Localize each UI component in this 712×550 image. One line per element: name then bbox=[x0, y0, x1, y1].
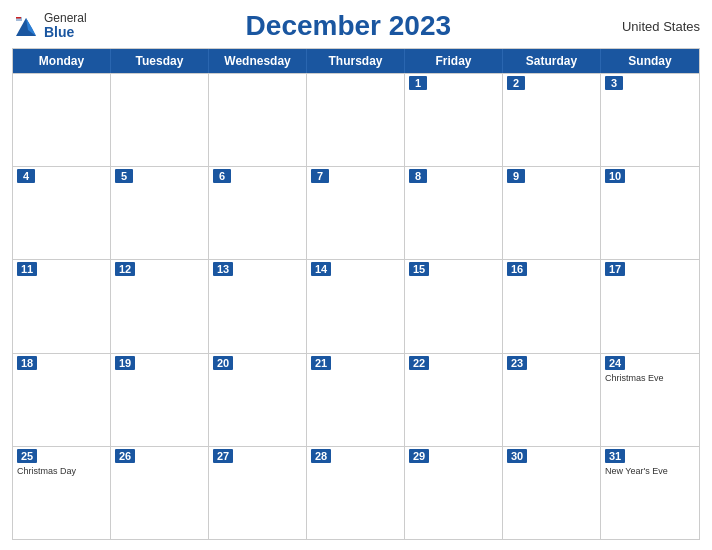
week-row-4: 18192021222324Christmas Eve bbox=[13, 353, 699, 446]
holiday-label: New Year's Eve bbox=[605, 466, 695, 477]
calendar-cell bbox=[209, 74, 307, 166]
date-number: 17 bbox=[605, 262, 625, 276]
week-row-5: 25Christmas Day262728293031New Year's Ev… bbox=[13, 446, 699, 539]
calendar-cell: 19 bbox=[111, 354, 209, 446]
calendar-cell bbox=[13, 74, 111, 166]
date-number: 31 bbox=[605, 449, 625, 463]
date-number: 2 bbox=[507, 76, 525, 90]
calendar-cell: 12 bbox=[111, 260, 209, 352]
date-number: 13 bbox=[213, 262, 233, 276]
calendar-cell: 24Christmas Eve bbox=[601, 354, 699, 446]
calendar-cell: 20 bbox=[209, 354, 307, 446]
calendar-cell: 22 bbox=[405, 354, 503, 446]
weekday-header-monday: Monday bbox=[13, 49, 111, 73]
calendar-cell: 11 bbox=[13, 260, 111, 352]
calendar-cell: 13 bbox=[209, 260, 307, 352]
date-number: 3 bbox=[605, 76, 623, 90]
date-number: 22 bbox=[409, 356, 429, 370]
calendar-cell: 17 bbox=[601, 260, 699, 352]
date-number: 1 bbox=[409, 76, 427, 90]
title-section: December 2023 bbox=[246, 10, 451, 42]
week-row-2: 45678910 bbox=[13, 166, 699, 259]
date-number: 18 bbox=[17, 356, 37, 370]
calendar-cell: 25Christmas Day bbox=[13, 447, 111, 539]
week-row-1: 123 bbox=[13, 73, 699, 166]
calendar-header: General Blue December 2023 United States bbox=[12, 10, 700, 42]
date-number: 11 bbox=[17, 262, 37, 276]
date-number: 27 bbox=[213, 449, 233, 463]
date-number: 14 bbox=[311, 262, 331, 276]
date-number: 5 bbox=[115, 169, 133, 183]
date-number: 21 bbox=[311, 356, 331, 370]
weekday-header-row: MondayTuesdayWednesdayThursdayFridaySatu… bbox=[13, 49, 699, 73]
calendar-cell: 9 bbox=[503, 167, 601, 259]
calendar-title: December 2023 bbox=[246, 10, 451, 41]
date-number: 6 bbox=[213, 169, 231, 183]
calendar-cell bbox=[307, 74, 405, 166]
calendar-cell: 10 bbox=[601, 167, 699, 259]
calendar-cell: 30 bbox=[503, 447, 601, 539]
date-number: 15 bbox=[409, 262, 429, 276]
weekday-header-saturday: Saturday bbox=[503, 49, 601, 73]
date-number: 19 bbox=[115, 356, 135, 370]
date-number: 16 bbox=[507, 262, 527, 276]
svg-rect-3 bbox=[16, 17, 21, 19]
date-number: 25 bbox=[17, 449, 37, 463]
date-number: 24 bbox=[605, 356, 625, 370]
calendar-cell: 29 bbox=[405, 447, 503, 539]
logo-general: General bbox=[44, 12, 87, 25]
calendar-cell: 1 bbox=[405, 74, 503, 166]
country-label: United States bbox=[610, 19, 700, 34]
calendar-body: 123456789101112131415161718192021222324C… bbox=[13, 73, 699, 539]
date-number: 23 bbox=[507, 356, 527, 370]
logo-text: General Blue bbox=[44, 12, 87, 41]
weekday-header-sunday: Sunday bbox=[601, 49, 699, 73]
calendar-cell: 5 bbox=[111, 167, 209, 259]
calendar-cell: 3 bbox=[601, 74, 699, 166]
date-number: 29 bbox=[409, 449, 429, 463]
calendar-cell: 16 bbox=[503, 260, 601, 352]
weekday-header-wednesday: Wednesday bbox=[209, 49, 307, 73]
date-number: 12 bbox=[115, 262, 135, 276]
date-number: 28 bbox=[311, 449, 331, 463]
calendar-cell: 21 bbox=[307, 354, 405, 446]
date-number: 8 bbox=[409, 169, 427, 183]
date-number: 4 bbox=[17, 169, 35, 183]
date-number: 30 bbox=[507, 449, 527, 463]
date-number: 26 bbox=[115, 449, 135, 463]
calendar-cell: 15 bbox=[405, 260, 503, 352]
holiday-label: Christmas Eve bbox=[605, 373, 695, 384]
calendar-cell: 4 bbox=[13, 167, 111, 259]
weekday-header-thursday: Thursday bbox=[307, 49, 405, 73]
date-number: 7 bbox=[311, 169, 329, 183]
calendar-cell: 2 bbox=[503, 74, 601, 166]
date-number: 9 bbox=[507, 169, 525, 183]
week-row-3: 11121314151617 bbox=[13, 259, 699, 352]
calendar-cell: 6 bbox=[209, 167, 307, 259]
calendar-cell: 18 bbox=[13, 354, 111, 446]
calendar-cell: 26 bbox=[111, 447, 209, 539]
holiday-label: Christmas Day bbox=[17, 466, 106, 477]
logo-blue-text: Blue bbox=[44, 25, 87, 40]
calendar-cell: 27 bbox=[209, 447, 307, 539]
weekday-header-tuesday: Tuesday bbox=[111, 49, 209, 73]
calendar-cell: 28 bbox=[307, 447, 405, 539]
date-number: 20 bbox=[213, 356, 233, 370]
calendar-cell bbox=[111, 74, 209, 166]
calendar-page: General Blue December 2023 United States… bbox=[0, 0, 712, 550]
calendar-cell: 14 bbox=[307, 260, 405, 352]
logo: General Blue bbox=[12, 12, 87, 41]
logo-icon bbox=[12, 12, 40, 40]
calendar-cell: 8 bbox=[405, 167, 503, 259]
weekday-header-friday: Friday bbox=[405, 49, 503, 73]
calendar-cell: 7 bbox=[307, 167, 405, 259]
date-number: 10 bbox=[605, 169, 625, 183]
calendar-grid: MondayTuesdayWednesdayThursdayFridaySatu… bbox=[12, 48, 700, 540]
calendar-cell: 23 bbox=[503, 354, 601, 446]
calendar-cell: 31New Year's Eve bbox=[601, 447, 699, 539]
